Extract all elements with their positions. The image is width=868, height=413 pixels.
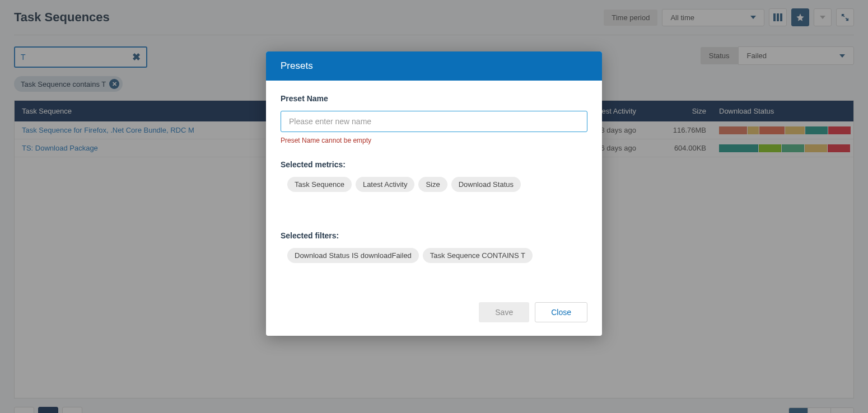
selected-filters-label: Selected filters: bbox=[281, 231, 587, 240]
preset-name-label: Preset Name bbox=[281, 94, 587, 103]
filter-chip: Download Status IS downloadFailed bbox=[287, 248, 419, 263]
metric-chip: Latest Activity bbox=[356, 177, 414, 192]
save-button[interactable]: Save bbox=[479, 302, 529, 322]
preset-name-error: Preset Name cannot be empty bbox=[281, 137, 587, 144]
modal-overlay: Presets Preset Name Preset Name cannot b… bbox=[0, 0, 868, 413]
preset-name-input[interactable] bbox=[281, 111, 587, 132]
metric-chip: Size bbox=[418, 177, 447, 192]
modal-title: Presets bbox=[266, 51, 602, 81]
close-button[interactable]: Close bbox=[535, 302, 587, 322]
presets-modal: Presets Preset Name Preset Name cannot b… bbox=[266, 51, 602, 336]
metric-chip: Task Sequence bbox=[287, 177, 352, 192]
selected-metrics-label: Selected metrics: bbox=[281, 160, 587, 169]
metric-chip: Download Status bbox=[451, 177, 521, 192]
filter-chip: Task Sequence CONTAINS T bbox=[423, 248, 533, 263]
